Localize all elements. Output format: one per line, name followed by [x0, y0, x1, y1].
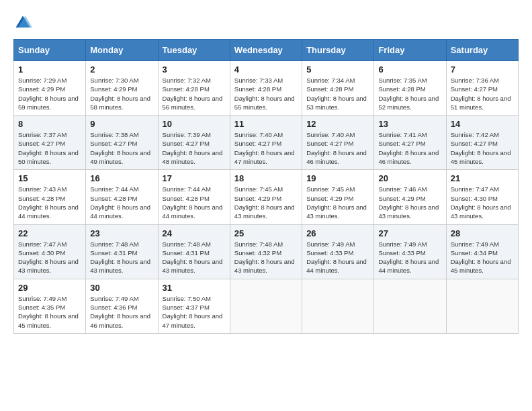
day-info: Sunrise: 7:36 AM Sunset: 4:27 PM Dayligh…	[451, 76, 514, 111]
day-number: 19	[306, 173, 369, 183]
day-info: Sunrise: 7:38 AM Sunset: 4:27 PM Dayligh…	[90, 130, 153, 166]
day-number: 27	[378, 228, 441, 238]
day-info: Sunrise: 7:45 AM Sunset: 4:29 PM Dayligh…	[234, 185, 298, 220]
calendar-cell: 25 Sunrise: 7:48 AM Sunset: 4:32 PM Dayl…	[230, 224, 302, 279]
day-number: 6	[378, 64, 441, 75]
calendar-cell: 20 Sunrise: 7:46 AM Sunset: 4:29 PM Dayl…	[374, 170, 446, 224]
calendar-cell: 14 Sunrise: 7:42 AM Sunset: 4:27 PM Dayl…	[446, 116, 518, 170]
day-info: Sunrise: 7:40 AM Sunset: 4:27 PM Dayligh…	[234, 130, 298, 166]
calendar-week-1: 1 Sunrise: 7:29 AM Sunset: 4:29 PM Dayli…	[14, 61, 519, 116]
day-info: Sunrise: 7:34 AM Sunset: 4:28 PM Dayligh…	[306, 76, 369, 111]
day-info: Sunrise: 7:46 AM Sunset: 4:29 PM Dayligh…	[378, 185, 441, 220]
day-number: 11	[234, 119, 298, 129]
day-number: 2	[90, 64, 153, 75]
calendar-cell: 29 Sunrise: 7:49 AM Sunset: 4:35 PM Dayl…	[14, 279, 86, 333]
day-info: Sunrise: 7:35 AM Sunset: 4:28 PM Dayligh…	[378, 76, 441, 111]
day-info: Sunrise: 7:40 AM Sunset: 4:27 PM Dayligh…	[306, 130, 369, 166]
day-info: Sunrise: 7:48 AM Sunset: 4:32 PM Dayligh…	[234, 240, 298, 275]
calendar-cell: 28 Sunrise: 7:49 AM Sunset: 4:34 PM Dayl…	[446, 224, 518, 279]
day-number: 26	[306, 228, 369, 238]
day-info: Sunrise: 7:29 AM Sunset: 4:29 PM Dayligh…	[18, 76, 81, 111]
day-info: Sunrise: 7:42 AM Sunset: 4:27 PM Dayligh…	[451, 130, 514, 166]
day-number: 13	[378, 119, 441, 129]
day-info: Sunrise: 7:49 AM Sunset: 4:36 PM Dayligh…	[90, 294, 153, 330]
calendar-cell: 30 Sunrise: 7:49 AM Sunset: 4:36 PM Dayl…	[86, 279, 158, 333]
logo-icon	[13, 13, 32, 32]
day-info: Sunrise: 7:49 AM Sunset: 4:33 PM Dayligh…	[378, 240, 441, 275]
calendar-cell: 19 Sunrise: 7:45 AM Sunset: 4:29 PM Dayl…	[302, 170, 374, 224]
calendar-cell: 23 Sunrise: 7:48 AM Sunset: 4:31 PM Dayl…	[86, 224, 158, 279]
calendar-cell	[374, 279, 446, 333]
day-number: 9	[90, 119, 153, 129]
page-header	[13, 13, 519, 32]
day-number: 28	[451, 228, 514, 238]
header-day-sunday: Sunday	[14, 40, 86, 61]
calendar-cell: 21 Sunrise: 7:47 AM Sunset: 4:30 PM Dayl…	[446, 170, 518, 224]
calendar-cell: 3 Sunrise: 7:32 AM Sunset: 4:28 PM Dayli…	[158, 61, 230, 116]
day-info: Sunrise: 7:41 AM Sunset: 4:27 PM Dayligh…	[378, 130, 441, 166]
calendar-cell: 16 Sunrise: 7:44 AM Sunset: 4:28 PM Dayl…	[86, 170, 158, 224]
calendar-cell: 22 Sunrise: 7:47 AM Sunset: 4:30 PM Dayl…	[14, 224, 86, 279]
calendar-cell: 1 Sunrise: 7:29 AM Sunset: 4:29 PM Dayli…	[14, 61, 86, 116]
day-info: Sunrise: 7:50 AM Sunset: 4:37 PM Dayligh…	[163, 294, 226, 330]
calendar-body: 1 Sunrise: 7:29 AM Sunset: 4:29 PM Dayli…	[14, 61, 519, 334]
header-day-tuesday: Tuesday	[158, 40, 230, 61]
day-number: 23	[90, 228, 153, 238]
calendar-cell: 9 Sunrise: 7:38 AM Sunset: 4:27 PM Dayli…	[86, 116, 158, 170]
calendar-cell: 11 Sunrise: 7:40 AM Sunset: 4:27 PM Dayl…	[230, 116, 302, 170]
calendar-cell: 5 Sunrise: 7:34 AM Sunset: 4:28 PM Dayli…	[302, 61, 374, 116]
day-number: 5	[306, 64, 369, 75]
day-number: 25	[234, 228, 298, 238]
calendar-cell: 18 Sunrise: 7:45 AM Sunset: 4:29 PM Dayl…	[230, 170, 302, 224]
calendar-cell: 2 Sunrise: 7:30 AM Sunset: 4:29 PM Dayli…	[86, 61, 158, 116]
day-info: Sunrise: 7:47 AM Sunset: 4:30 PM Dayligh…	[18, 240, 81, 275]
day-info: Sunrise: 7:43 AM Sunset: 4:28 PM Dayligh…	[18, 185, 81, 220]
calendar-week-5: 29 Sunrise: 7:49 AM Sunset: 4:35 PM Dayl…	[14, 279, 519, 333]
calendar-cell: 8 Sunrise: 7:37 AM Sunset: 4:27 PM Dayli…	[14, 116, 86, 170]
calendar-table: SundayMondayTuesdayWednesdayThursdayFrid…	[13, 39, 519, 334]
calendar-cell: 7 Sunrise: 7:36 AM Sunset: 4:27 PM Dayli…	[446, 61, 518, 116]
day-number: 3	[163, 64, 226, 75]
day-number: 12	[306, 119, 369, 129]
calendar-cell: 27 Sunrise: 7:49 AM Sunset: 4:33 PM Dayl…	[374, 224, 446, 279]
calendar-week-3: 15 Sunrise: 7:43 AM Sunset: 4:28 PM Dayl…	[14, 170, 519, 224]
day-info: Sunrise: 7:48 AM Sunset: 4:31 PM Dayligh…	[163, 240, 226, 275]
day-info: Sunrise: 7:44 AM Sunset: 4:28 PM Dayligh…	[90, 185, 153, 220]
day-number: 20	[378, 173, 441, 183]
calendar-cell: 31 Sunrise: 7:50 AM Sunset: 4:37 PM Dayl…	[158, 279, 230, 333]
day-info: Sunrise: 7:39 AM Sunset: 4:27 PM Dayligh…	[163, 130, 226, 166]
calendar-cell: 24 Sunrise: 7:48 AM Sunset: 4:31 PM Dayl…	[158, 224, 230, 279]
day-info: Sunrise: 7:32 AM Sunset: 4:28 PM Dayligh…	[163, 76, 226, 111]
day-number: 30	[90, 283, 153, 293]
header-day-monday: Monday	[86, 40, 158, 61]
day-info: Sunrise: 7:49 AM Sunset: 4:34 PM Dayligh…	[451, 240, 514, 275]
day-info: Sunrise: 7:37 AM Sunset: 4:27 PM Dayligh…	[18, 130, 81, 166]
calendar-week-4: 22 Sunrise: 7:47 AM Sunset: 4:30 PM Dayl…	[14, 224, 519, 279]
day-number: 17	[163, 173, 226, 183]
calendar-cell: 10 Sunrise: 7:39 AM Sunset: 4:27 PM Dayl…	[158, 116, 230, 170]
day-info: Sunrise: 7:44 AM Sunset: 4:28 PM Dayligh…	[163, 185, 226, 220]
header-day-wednesday: Wednesday	[230, 40, 302, 61]
day-number: 24	[163, 228, 226, 238]
calendar-cell: 26 Sunrise: 7:49 AM Sunset: 4:33 PM Dayl…	[302, 224, 374, 279]
day-number: 10	[163, 119, 226, 129]
calendar-cell	[302, 279, 374, 333]
day-info: Sunrise: 7:49 AM Sunset: 4:35 PM Dayligh…	[18, 294, 81, 330]
calendar-cell	[446, 279, 518, 333]
day-info: Sunrise: 7:30 AM Sunset: 4:29 PM Dayligh…	[90, 76, 153, 111]
calendar-header: SundayMondayTuesdayWednesdayThursdayFrid…	[14, 40, 519, 61]
calendar-cell: 17 Sunrise: 7:44 AM Sunset: 4:28 PM Dayl…	[158, 170, 230, 224]
logo	[13, 13, 35, 32]
header-day-saturday: Saturday	[446, 40, 518, 61]
day-number: 16	[90, 173, 153, 183]
day-number: 21	[451, 173, 514, 183]
calendar-cell: 13 Sunrise: 7:41 AM Sunset: 4:27 PM Dayl…	[374, 116, 446, 170]
header-day-friday: Friday	[374, 40, 446, 61]
header-day-thursday: Thursday	[302, 40, 374, 61]
day-number: 4	[234, 64, 298, 75]
day-number: 22	[18, 228, 81, 238]
day-number: 15	[18, 173, 81, 183]
header-row: SundayMondayTuesdayWednesdayThursdayFrid…	[14, 40, 519, 61]
day-number: 14	[451, 119, 514, 129]
calendar-cell	[230, 279, 302, 333]
